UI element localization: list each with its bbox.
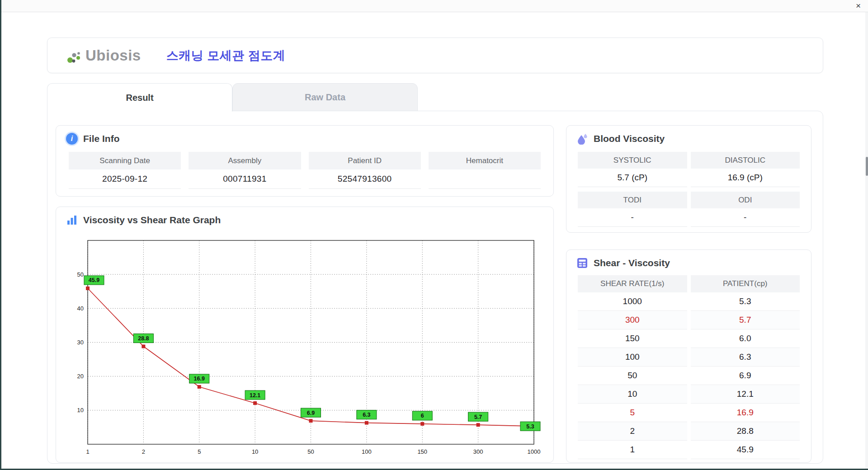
shear-viscosity-title: Shear - Viscosity — [594, 258, 670, 268]
svg-text:150: 150 — [417, 448, 427, 455]
odi-label: ODI — [691, 192, 800, 208]
table-row: 2 28.8 — [578, 422, 800, 441]
svg-text:100: 100 — [362, 448, 372, 455]
diastolic-column: DIASTOLIC 16.9 (cP) ODI - — [691, 152, 800, 227]
table-row: 50 6.9 — [578, 367, 800, 385]
svg-text:20: 20 — [77, 373, 84, 380]
todi-label: TODI — [578, 192, 687, 208]
shear-rate-cell: 300 — [578, 311, 687, 329]
field-label: Patient ID — [309, 152, 421, 169]
field-value: 000711931 — [189, 169, 301, 189]
table-header-row: SHEAR RATE(1/s) PATIENT(cp) — [578, 275, 800, 292]
svg-text:30: 30 — [77, 339, 84, 346]
file-info-fields: Scanning Date 2025-09-12 Assembly 000711… — [56, 150, 553, 189]
scrollbar-track[interactable] — [865, 12, 868, 469]
shear-rate-cell: 1 — [578, 441, 687, 459]
svg-text:300: 300 — [473, 448, 483, 455]
patient-cell: 45.9 — [691, 441, 800, 459]
logo-text: Ubiosis — [85, 47, 141, 64]
graph-header: Viscosity vs Shear Rate Graph — [56, 207, 553, 231]
svg-text:12.1: 12.1 — [250, 392, 260, 399]
leaf-dots-icon — [66, 50, 82, 64]
blood-viscosity-title: Blood Viscosity — [594, 133, 665, 144]
shear-rate-column-header: SHEAR RATE(1/s) — [578, 275, 687, 292]
field-patient-id: Patient ID 52547913600 — [309, 152, 421, 189]
systolic-value: 5.7 (cP) — [578, 169, 687, 187]
patient-cell: 6.3 — [691, 348, 800, 367]
window-titlebar: × — [1, 0, 868, 12]
file-info-title: File Info — [83, 133, 120, 144]
field-value: 52547913600 — [309, 169, 421, 189]
patient-cell: 5.3 — [691, 292, 800, 311]
patient-cell: 5.7 — [691, 311, 800, 329]
table-row: 1000 5.3 — [578, 292, 800, 311]
tab-result[interactable]: Result — [47, 83, 232, 112]
field-label: Hematocrit — [429, 152, 541, 169]
info-icon: i — [66, 133, 78, 145]
svg-text:10: 10 — [252, 448, 258, 455]
patient-column-header: PATIENT(cp) — [691, 275, 800, 292]
table-row: 100 6.3 — [578, 348, 800, 367]
svg-text:6: 6 — [421, 413, 424, 419]
table-body: 1000 5.3 300 5.7 150 6.0 100 6.3 50 6.9 … — [578, 292, 800, 459]
shear-rate-cell: 5 — [578, 404, 687, 422]
graph-title: Viscosity vs Shear Rate Graph — [83, 215, 221, 226]
svg-text:6.3: 6.3 — [363, 412, 370, 418]
shear-viscosity-header: Shear - Viscosity — [566, 250, 811, 274]
svg-text:16.9: 16.9 — [194, 376, 205, 382]
blood-viscosity-panel: Blood Viscosity SYSTOLIC 5.7 (cP) TODI -… — [566, 125, 811, 233]
calculator-icon — [576, 257, 588, 269]
field-label: Scanning Date — [69, 152, 181, 169]
ubiosis-logo: Ubiosis — [66, 47, 141, 64]
shear-rate-cell: 1000 — [578, 292, 687, 311]
table-row: 150 6.0 — [578, 329, 800, 348]
main-panel: i File Info Scanning Date 2025-09-12 Ass… — [47, 111, 823, 464]
file-info-panel: i File Info Scanning Date 2025-09-12 Ass… — [56, 125, 554, 197]
svg-text:50: 50 — [307, 448, 314, 455]
blood-viscosity-grid: SYSTOLIC 5.7 (cP) TODI - DIASTOLIC 16.9 … — [566, 150, 811, 227]
svg-text:10: 10 — [77, 407, 84, 414]
todi-value: - — [578, 208, 687, 227]
table-row: 1 45.9 — [578, 441, 800, 459]
svg-text:6.9: 6.9 — [307, 410, 315, 416]
shear-rate-cell: 150 — [578, 329, 687, 348]
svg-text:40: 40 — [77, 305, 84, 312]
svg-text:2: 2 — [142, 448, 145, 455]
droplets-icon — [576, 133, 588, 145]
patient-cell: 28.8 — [691, 422, 800, 441]
odi-value: - — [691, 208, 800, 227]
page-title: 스캐닝 모세관 점도계 — [166, 47, 286, 64]
svg-text:5.3: 5.3 — [526, 423, 534, 430]
systolic-label: SYSTOLIC — [578, 152, 687, 169]
shear-rate-cell: 50 — [578, 367, 687, 385]
field-value: 2025-09-12 — [69, 169, 181, 189]
app-header: Ubiosis 스캐닝 모세관 점도계 — [47, 38, 823, 73]
table-row: 5 16.9 — [578, 404, 800, 422]
field-label: Assembly — [189, 152, 301, 169]
field-hematocrit: Hematocrit — [429, 152, 541, 189]
diastolic-value: 16.9 (cP) — [691, 169, 800, 187]
shear-viscosity-table: SHEAR RATE(1/s) PATIENT(cp) 1000 5.3 300… — [566, 274, 811, 459]
svg-text:50: 50 — [77, 271, 84, 278]
graph-panel: Viscosity vs Shear Rate Graph 1020304050… — [56, 207, 554, 463]
tab-raw-data[interactable]: Raw Data — [232, 83, 418, 111]
bar-chart-icon — [66, 214, 78, 226]
close-icon[interactable]: × — [856, 1, 861, 11]
viscosity-chart: 10203040501251050100150300100045.928.816… — [65, 234, 545, 461]
svg-text:1000: 1000 — [528, 448, 541, 455]
scrollbar-thumb[interactable] — [866, 157, 868, 176]
field-value — [429, 169, 541, 189]
shear-rate-cell: 10 — [578, 385, 687, 404]
systolic-column: SYSTOLIC 5.7 (cP) TODI - — [578, 152, 687, 227]
svg-text:5: 5 — [198, 448, 201, 455]
file-info-header: i File Info — [56, 126, 553, 150]
diastolic-label: DIASTOLIC — [691, 152, 800, 169]
svg-text:45.9: 45.9 — [89, 277, 99, 283]
svg-text:5.7: 5.7 — [474, 414, 482, 420]
shear-rate-cell: 2 — [578, 422, 687, 441]
patient-cell: 12.1 — [691, 385, 800, 404]
svg-text:28.8: 28.8 — [138, 335, 149, 342]
table-row: 10 12.1 — [578, 385, 800, 404]
table-row: 300 5.7 — [578, 311, 800, 329]
shear-viscosity-panel: Shear - Viscosity SHEAR RATE(1/s) PATIEN… — [566, 249, 811, 463]
